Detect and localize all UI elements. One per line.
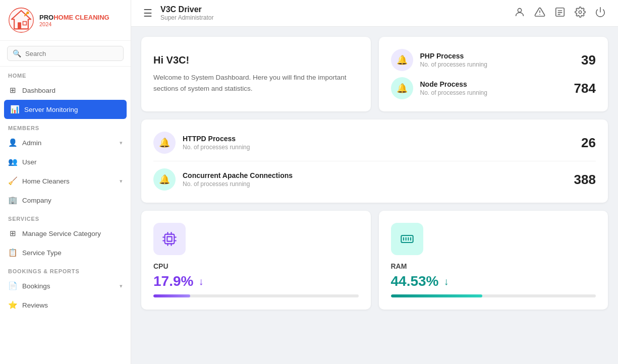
settings-topbar-icon[interactable] <box>575 7 586 20</box>
cpu-value-row: 17.9% ↓ <box>153 273 359 289</box>
nav-server-monitoring-label: Server Monitoring <box>24 106 78 113</box>
page-subtitle: Super Administrator <box>160 14 213 21</box>
bookings-icon: 📄 <box>8 281 17 290</box>
cpu-progress-bg <box>153 294 359 297</box>
company-icon: 🏢 <box>8 196 17 205</box>
logo-year: 2024 <box>39 21 109 27</box>
nav-service-type[interactable]: 📋 Service Type <box>0 243 131 262</box>
ram-trend-icon: ↓ <box>443 276 448 287</box>
nav-manage-service-label: Manage Service Category <box>22 230 101 237</box>
cpu-card: CPU 17.9% ↓ <box>141 211 371 310</box>
svg-rect-2 <box>18 22 21 29</box>
section-members: MEMBERS <box>0 119 131 133</box>
cpu-icon <box>162 232 177 246</box>
nav-user[interactable]: 👥 User <box>0 152 131 171</box>
hamburger-button[interactable]: ☰ <box>143 7 152 19</box>
nav-admin-label: Admin <box>22 139 41 147</box>
cpu-icon-wrap <box>153 223 186 255</box>
php-process-item: 🔔 PHP Process No. of processes running 3… <box>391 49 596 71</box>
php-bell-icon: 🔔 <box>397 54 408 66</box>
concurrent-count: 388 <box>574 172 596 188</box>
search-input[interactable] <box>25 50 118 57</box>
nav-home-cleaners[interactable]: 🧹 Home Cleaners ▾ <box>0 171 131 191</box>
search-wrap[interactable]: 🔍 <box>7 46 124 61</box>
sidebar: PROHOME CLEANING 2024 🔍 HOME ⊞ Dashboard… <box>0 0 131 364</box>
welcome-message: Welcome to System Dashboard. Here you wi… <box>153 72 359 94</box>
service-type-icon: 📋 <box>8 248 17 257</box>
file-topbar-icon[interactable] <box>554 7 566 20</box>
main-content: ☰ V3C Driver Super Administrator <box>131 0 618 364</box>
node-info: Node Process No. of processes running <box>420 80 567 96</box>
ram-value: 44.53% <box>391 273 439 289</box>
php-icon-wrap: 🔔 <box>391 49 413 71</box>
concurrent-icon-wrap: 🔔 <box>153 168 176 191</box>
admin-icon: 👤 <box>8 138 17 147</box>
nav-home-cleaners-label: Home Cleaners <box>22 177 70 185</box>
httpd-bell-icon: 🔔 <box>159 137 170 148</box>
nav-service-type-label: Service Type <box>22 249 62 257</box>
search-box: 🔍 <box>0 41 131 67</box>
concurrent-info: Concurrent Apache Connections No. of pro… <box>183 171 567 188</box>
welcome-greeting: Hi V3C! <box>153 54 359 66</box>
dashboard-icon: ⊞ <box>8 86 17 95</box>
cpu-progress-fill <box>153 294 190 297</box>
concurrent-title: Concurrent Apache Connections <box>183 171 567 179</box>
node-icon-wrap: 🔔 <box>391 77 413 99</box>
server-monitoring-icon: 📊 <box>10 105 19 114</box>
nav-reviews[interactable]: ⭐ Reviews <box>0 295 131 315</box>
node-bell-icon: 🔔 <box>397 83 408 94</box>
topbar-left: ☰ V3C Driver Super Administrator <box>143 5 213 21</box>
ram-progress-bg <box>391 294 596 297</box>
php-node-card: 🔔 PHP Process No. of processes running 3… <box>379 37 608 111</box>
httpd-icon-wrap: 🔔 <box>153 132 176 154</box>
section-home: HOME <box>0 67 131 81</box>
concurrent-process-item: 🔔 Concurrent Apache Connections No. of p… <box>153 168 596 191</box>
cpu-value: 17.9% <box>153 273 193 289</box>
svg-point-6 <box>518 8 521 12</box>
power-topbar-icon[interactable] <box>595 7 606 20</box>
nav-server-monitoring[interactable]: 📊 Server Monitoring <box>4 100 127 119</box>
reviews-icon: ⭐ <box>8 300 17 310</box>
manage-service-icon: ⊞ <box>8 229 17 238</box>
svg-point-5 <box>26 12 29 14</box>
php-subtitle: No. of processes running <box>420 61 575 68</box>
node-process-item: 🔔 Node Process No. of processes running … <box>391 77 596 99</box>
php-info: PHP Process No. of processes running <box>420 52 575 68</box>
nav-admin[interactable]: 👤 Admin ▾ <box>0 133 131 152</box>
nav-bookings[interactable]: 📄 Bookings ▾ <box>0 276 131 295</box>
svg-point-13 <box>579 11 582 14</box>
alert-topbar-icon[interactable] <box>534 7 545 20</box>
node-subtitle: No. of processes running <box>420 89 567 96</box>
ram-label: RAM <box>391 262 596 270</box>
httpd-process-item: 🔔 HTTPD Process No. of processes running… <box>153 132 596 154</box>
concurrent-bell-icon: 🔔 <box>159 174 170 185</box>
cpu-trend-icon: ↓ <box>198 276 203 287</box>
ram-card: RAM 44.53% ↓ <box>379 211 608 310</box>
divider <box>153 161 596 161</box>
row-metrics: CPU 17.9% ↓ RAM 44.53% ↓ <box>141 211 608 310</box>
php-count: 39 <box>581 52 596 68</box>
svg-rect-16 <box>167 236 172 241</box>
svg-rect-9 <box>556 8 565 16</box>
logo-name: HOME CLEANING <box>53 14 109 21</box>
cpu-label: CPU <box>153 262 359 270</box>
ram-progress-fill <box>391 294 482 297</box>
nav-company[interactable]: 🏢 Company <box>0 191 131 210</box>
nav-dashboard[interactable]: ⊞ Dashboard <box>0 81 131 100</box>
welcome-card: Hi V3C! Welcome to System Dashboard. Her… <box>141 37 371 111</box>
home-cleaners-chevron: ▾ <box>120 178 123 185</box>
node-title: Node Process <box>420 80 567 88</box>
httpd-count: 26 <box>581 135 596 151</box>
bookings-chevron: ▾ <box>120 283 123 289</box>
nav-manage-service-category[interactable]: ⊞ Manage Service Category <box>0 224 131 243</box>
httpd-title: HTTPD Process <box>183 135 574 143</box>
dashboard-body: Hi V3C! Welcome to System Dashboard. Her… <box>131 27 618 364</box>
user-topbar-icon[interactable] <box>514 7 525 20</box>
logo-icon <box>8 7 34 33</box>
admin-chevron: ▾ <box>120 140 123 146</box>
section-services: SERVICES <box>0 210 131 224</box>
search-icon: 🔍 <box>13 49 21 57</box>
httpd-concurrent-card: 🔔 HTTPD Process No. of processes running… <box>141 119 608 203</box>
user-icon: 👥 <box>8 157 17 166</box>
ram-icon <box>400 232 414 246</box>
